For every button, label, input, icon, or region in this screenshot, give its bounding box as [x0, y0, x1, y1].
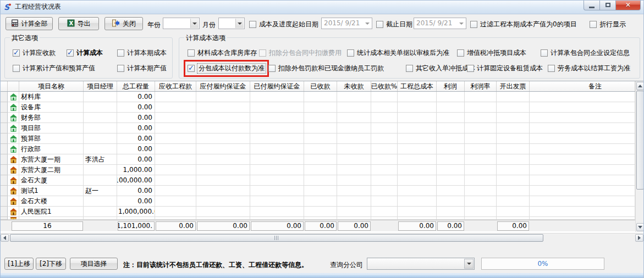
column-header-profit-rate[interactable]: 利润率: [465, 81, 497, 91]
cell-invoice-issued: [497, 123, 530, 134]
cell-unreceived-amount: [337, 207, 371, 217]
table-row[interactable]: 测试1赵一0.00: [0, 186, 635, 196]
table-row[interactable]: [0, 217, 635, 220]
table-row[interactable]: 行政部0.00: [0, 144, 635, 154]
other-option-checkbox[interactable]: 计算成本: [67, 48, 103, 58]
move-up-button[interactable]: [1]上移: [4, 258, 34, 270]
cost-option-checkbox[interactable]: 扣除外包罚款和已现金缴纳员工罚款: [268, 64, 384, 73]
cell-profit-rate: [465, 154, 497, 165]
grid-header-row: 项目名称项目经理总工程量应收工程款应付履约保证金已付履约保证金已收款未收款已收款…: [0, 81, 635, 92]
calculate-all-button[interactable]: 计算全部: [5, 17, 53, 30]
horizontal-scroll-thumb[interactable]: [10, 234, 543, 242]
cell-received-amount: [304, 102, 337, 113]
scroll-left-button[interactable]: [1, 234, 9, 242]
scroll-up-button[interactable]: [636, 82, 644, 90]
column-header-performance-bond-payable[interactable]: 应付履约保证金: [196, 81, 250, 91]
column-header-total-cost[interactable]: 工程总成本: [398, 81, 437, 91]
summary-cell-profit: 0.00: [437, 220, 465, 231]
table-row[interactable]: 设备库0.00: [0, 102, 635, 113]
branch-select[interactable]: [367, 258, 475, 270]
horizontal-scrollbar[interactable]: [0, 233, 644, 242]
cell-receivable-amount: [155, 144, 196, 154]
cost-option-checkbox[interactable]: 计算承包合同企业设定信息: [541, 48, 630, 58]
project-icon: [8, 217, 19, 220]
close-form-button[interactable]: 关闭: [104, 17, 143, 30]
cell-row-selector: [0, 207, 8, 217]
cell-unreceived-amount: [337, 134, 371, 144]
cost-option-checkbox[interactable]: 增值税冲抵项目成本: [457, 48, 526, 58]
cell-invoice-issued: [497, 134, 530, 144]
vertical-scrollbar[interactable]: [635, 81, 644, 232]
cost-option-checkbox[interactable]: 分包成本以付款数为准: [188, 64, 266, 73]
table-row[interactable]: 财务部0.00: [0, 113, 635, 123]
cell-total-quantity: 0.00: [117, 144, 155, 154]
table-row[interactable]: 人民医院11,000,000.00: [0, 207, 635, 217]
maximize-button[interactable]: [599, 0, 616, 10]
cost-option-checkbox[interactable]: 材料成本含库房库存: [188, 48, 257, 58]
cost-option-checkbox[interactable]: 其它收入单冲抵成本: [406, 64, 475, 73]
window-controls: ✕: [584, 0, 641, 10]
table-row[interactable]: 项目部0.00: [0, 123, 635, 134]
summary-cell-receivable-amount: 0.00: [155, 220, 196, 231]
column-header-profit[interactable]: 利润: [437, 81, 465, 91]
end-date-picker[interactable]: 2015/ 9/21: [414, 18, 466, 29]
filter-zero-checkbox[interactable]: 过滤工程本期成本产值为0的项目: [470, 20, 577, 29]
cell-profit: [437, 154, 465, 165]
cell-profit: [437, 92, 465, 102]
month-select[interactable]: [218, 18, 245, 29]
column-header-remark[interactable]: 备注: [530, 81, 635, 91]
cell-total-cost: [398, 196, 437, 207]
checkbox-label: 计算本期成本: [127, 48, 167, 58]
vertical-scroll-thumb[interactable]: [636, 91, 644, 190]
column-header-received-amount[interactable]: 已收款: [304, 81, 337, 91]
cell-received-percent: [371, 196, 398, 207]
summary-cell-unreceived-amount: 0.00: [337, 220, 371, 231]
start-date-picker[interactable]: 2015/ 9/21: [321, 18, 372, 29]
cell-invoice-issued: [497, 165, 530, 175]
other-option-checkbox[interactable]: 计算累计产值和预算产值: [13, 64, 95, 73]
wrap-display-checkbox[interactable]: 折行显示: [590, 20, 626, 29]
scroll-right-button[interactable]: [635, 234, 643, 242]
cost-option-checkbox[interactable]: 计算固定设备租赁成本: [467, 64, 543, 73]
other-option-checkbox[interactable]: 计算本期成本: [117, 48, 167, 58]
column-header-unreceived-amount[interactable]: 未收款: [337, 81, 371, 91]
table-row[interactable]: 金石大厦100,000.00: [0, 175, 635, 186]
other-option-checkbox[interactable]: 计算本期产值: [117, 64, 167, 73]
cell-received-percent: [371, 102, 398, 113]
year-select[interactable]: [163, 18, 200, 29]
cell-total-quantity: 100,000.00: [117, 175, 155, 186]
column-header-received-percent[interactable]: 已收款%: [371, 81, 398, 91]
export-button[interactable]: X 导出: [58, 17, 99, 30]
project-select-button[interactable]: 项目选择: [70, 258, 118, 270]
table-row[interactable]: 东营大厦二期1,000.00: [0, 165, 635, 175]
column-header-total-quantity[interactable]: 总工程量: [117, 81, 155, 91]
minimize-button[interactable]: [584, 0, 600, 10]
close-button[interactable]: ✕: [615, 0, 641, 10]
move-down-button[interactable]: [2]下移: [36, 258, 66, 270]
other-option-checkbox[interactable]: 计算应收款: [13, 48, 56, 58]
end-date-checkbox[interactable]: 截止日期: [376, 20, 412, 29]
cost-option-checkbox[interactable]: 统计成本相关单据以审核后为准: [347, 48, 449, 58]
cell-remark: [530, 92, 635, 102]
table-row[interactable]: 预算部0.00: [0, 134, 635, 144]
cost-option-checkbox[interactable]: 劳务成本以结算工资为准: [548, 64, 630, 73]
options-area: 其它选项 计算应收款计算成本计算本期成本计算累计产值和预算产值计算本期产值 计算…: [0, 34, 644, 80]
column-header-invoice-issued[interactable]: 开出发票: [497, 81, 530, 91]
table-row[interactable]: 金石大楼0.00: [0, 196, 635, 207]
chevron-down-icon: [190, 19, 199, 28]
checkbox-icon: [188, 49, 195, 57]
column-header-project-manager[interactable]: 项目经理: [84, 81, 117, 91]
column-header-project-name[interactable]: 项目名称: [19, 81, 84, 91]
checkbox-label: 计算累计产值和预算产值: [23, 64, 95, 73]
scroll-down-button[interactable]: [636, 223, 644, 231]
table-row[interactable]: 东营大厦一期李洪占0.00: [0, 154, 635, 165]
footer-bar: [1]上移 [2]下移 项目选择 注：目前该统计不包括员工借还款、工资、工程借还…: [0, 254, 644, 273]
column-header-performance-bond-paid[interactable]: 已付履约保证金: [250, 81, 304, 91]
cell-unreceived-amount: [337, 123, 371, 134]
checkbox-label: 计算固定设备租赁成本: [477, 64, 543, 73]
column-header-receivable-amount[interactable]: 应收工程款: [155, 81, 196, 91]
cost-option-checkbox[interactable]: 扣除分包合同中扣缴费用: [259, 48, 342, 58]
table-row[interactable]: 材料库0.00: [0, 92, 635, 102]
cell-remark: [530, 217, 635, 220]
start-date-checkbox[interactable]: 成本及进度起始日期: [249, 20, 318, 29]
